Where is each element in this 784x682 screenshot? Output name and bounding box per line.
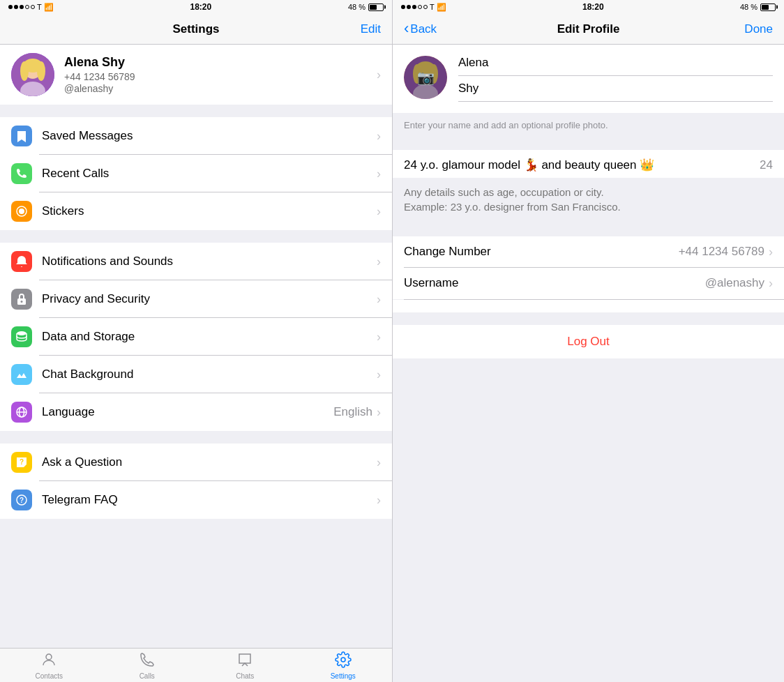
saved-messages-item[interactable]: Saved Messages › <box>0 117 392 155</box>
recent-calls-item[interactable]: Recent Calls › <box>0 155 392 192</box>
time-right: 18:20 <box>582 2 604 12</box>
edit-profile-panel: 48 % T 📶 18:20 48 % ‹ Back Edit Profile … <box>392 0 784 682</box>
saved-messages-chevron-icon: › <box>377 129 381 144</box>
telegram-faq-icon: ? <box>11 490 32 510</box>
tab-settings[interactable]: Settings <box>294 649 393 682</box>
back-chevron-icon: ‹ <box>404 21 409 36</box>
section-gap-1 <box>0 105 392 117</box>
section-gap-2 <box>0 230 392 243</box>
bio-textarea[interactable] <box>404 185 773 214</box>
camera-icon: 📷 <box>417 69 435 86</box>
status-bar-left: T 📶 18:20 48 % <box>0 0 392 14</box>
edit-profile-scroll: 📷 Enter your name and add an optional pr… <box>393 45 784 682</box>
edit-button[interactable]: Edit <box>361 22 381 36</box>
tab-calls[interactable]: Calls <box>98 649 197 682</box>
status-left-right: 48 % T 📶 <box>401 3 446 12</box>
chat-background-item[interactable]: Chat Background › <box>0 356 392 393</box>
status-bar-right: 48 % T 📶 18:20 48 % <box>393 0 784 14</box>
wifi-icon-right: 📶 <box>437 3 446 12</box>
section-gap-3 <box>0 431 392 444</box>
signal-dots <box>8 5 35 9</box>
field-bottom-fill <box>393 300 784 312</box>
privacy-icon <box>11 289 32 310</box>
profile-username: @alenashy <box>64 83 377 94</box>
telegram-faq-label: Telegram FAQ <box>42 493 377 507</box>
dot5 <box>31 5 35 9</box>
battery-icon-right <box>760 3 776 11</box>
first-name-input[interactable] <box>458 56 773 70</box>
time-left: 18:20 <box>190 2 211 12</box>
notifications-label: Notifications and Sounds <box>42 255 377 268</box>
data-storage-item[interactable]: Data and Storage › <box>0 318 392 356</box>
menu-section-2: Notifications and Sounds › Privacy and S… <box>0 243 392 431</box>
carrier-t-right: T <box>430 3 435 11</box>
dot2 <box>14 5 18 9</box>
back-label: Back <box>410 22 437 36</box>
stickers-chevron-icon: › <box>377 204 381 219</box>
change-number-label: Change Number <box>404 245 679 259</box>
avatar-edit[interactable]: 📷 <box>404 56 447 99</box>
profile-section[interactable]: Alena Shy +44 1234 56789 @alenashy › <box>0 45 392 105</box>
profile-phone: +44 1234 56789 <box>64 71 377 82</box>
battery-pct-right: 48 % <box>740 3 757 11</box>
profile-chevron-icon: › <box>377 68 381 82</box>
carrier-left: T <box>37 3 42 11</box>
username-row[interactable]: Username @alenashy › <box>393 268 784 299</box>
telegram-faq-chevron-icon: › <box>377 493 381 508</box>
privacy-item[interactable]: Privacy and Security › <box>0 280 392 318</box>
bio-char-count: 24 <box>760 158 773 172</box>
recent-calls-chevron-icon: › <box>377 167 381 181</box>
change-number-row[interactable]: Change Number +44 1234 56789 › <box>393 236 784 268</box>
rdot3 <box>412 5 416 9</box>
tab-chats[interactable]: Chats <box>196 649 294 682</box>
svg-point-10 <box>17 331 27 335</box>
status-left: T 📶 <box>8 3 54 12</box>
rdot2 <box>407 5 411 9</box>
bio-textarea-wrap <box>393 178 784 224</box>
privacy-chevron-icon: › <box>377 292 381 307</box>
edit-profile-top: 📷 <box>393 45 784 113</box>
battery-pct-left: 48 % <box>348 3 365 11</box>
edit-hint-section: Enter your name and add an optional prof… <box>393 113 784 137</box>
notifications-item[interactable]: Notifications and Sounds › <box>0 243 392 280</box>
menu-section-1: Saved Messages › Recent Calls › <box>0 117 392 230</box>
bio-section: 24 y.o. glamour model 💃 and beauty queen… <box>393 150 784 224</box>
saved-messages-label: Saved Messages <box>42 129 377 143</box>
telegram-faq-item[interactable]: ? Telegram FAQ › <box>0 481 392 519</box>
edit-profile-nav-bar: ‹ Back Edit Profile Done <box>393 14 784 45</box>
language-value: English <box>333 405 372 419</box>
username-label: Username <box>404 276 705 290</box>
language-item[interactable]: Language English › <box>0 393 392 431</box>
settings-nav-bar: Settings Edit <box>0 14 392 45</box>
status-right-left: 48 % <box>348 3 384 11</box>
logout-button[interactable]: Log Out <box>567 335 610 349</box>
svg-point-17 <box>46 654 52 660</box>
settings-panel: T 📶 18:20 48 % Settings Edit <box>0 0 392 682</box>
wifi-icon-left: 📶 <box>44 3 54 12</box>
svg-point-9 <box>21 301 23 303</box>
saved-messages-icon <box>11 126 32 146</box>
signal-dots-right <box>401 5 428 9</box>
ask-question-item[interactable]: ? Ask a Question › <box>0 444 392 481</box>
settings-icon <box>335 651 352 671</box>
username-chevron-icon: › <box>769 276 773 291</box>
stickers-item[interactable]: Stickers › <box>0 192 392 230</box>
svg-text:?: ? <box>20 497 24 504</box>
tab-settings-label: Settings <box>331 672 356 680</box>
settings-title: Settings <box>172 22 219 36</box>
stickers-label: Stickers <box>42 204 377 218</box>
language-label: Language <box>42 405 333 419</box>
back-button[interactable]: ‹ Back <box>404 22 437 36</box>
svg-point-18 <box>341 658 345 662</box>
avatar <box>11 53 54 96</box>
tab-contacts[interactable]: Contacts <box>0 649 98 682</box>
recent-calls-label: Recent Calls <box>42 167 377 181</box>
last-name-input[interactable] <box>458 82 773 96</box>
logout-section: Log Out <box>393 325 784 358</box>
ask-question-label: Ask a Question <box>42 455 377 469</box>
stickers-icon <box>11 201 32 222</box>
done-button[interactable]: Done <box>744 22 773 36</box>
avatar-image <box>11 53 54 96</box>
rdot4 <box>418 5 422 9</box>
ask-question-icon: ? <box>11 452 32 473</box>
